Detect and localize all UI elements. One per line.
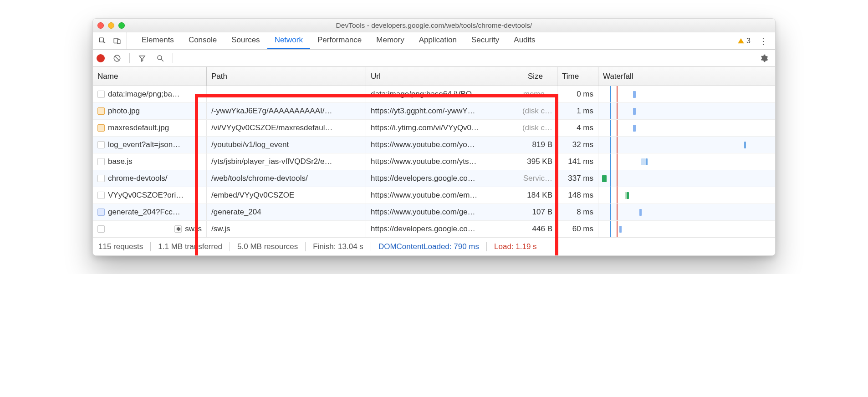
cell-path: /yts/jsbin/player_ias-vflVQDSr2/e… xyxy=(207,153,366,170)
cell-waterfall xyxy=(598,187,775,204)
more-menu-icon[interactable]: ⋮ xyxy=(755,36,771,46)
waterfall-bar xyxy=(627,192,629,199)
cell-time: 141 ms xyxy=(557,153,598,170)
table-row[interactable]: generate_204?Fcc…/generate_204https://ww… xyxy=(93,204,775,221)
tab-security[interactable]: Security xyxy=(464,32,506,49)
tab-network[interactable]: Network xyxy=(267,32,310,49)
col-url[interactable]: Url xyxy=(366,67,523,86)
dcl-marker-line xyxy=(610,221,611,237)
cell-path: /generate_204 xyxy=(207,204,366,220)
load-marker-line xyxy=(617,86,618,102)
row-name: photo.jpg xyxy=(108,107,140,116)
tabs-container: ElementsConsoleSourcesNetworkPerformance… xyxy=(134,32,543,49)
load-marker-line xyxy=(617,103,618,119)
tab-elements[interactable]: Elements xyxy=(134,32,181,49)
cell-path: /sw.js xyxy=(207,221,366,237)
cell-url: https://www.youtube.com/yts… xyxy=(366,153,523,170)
tab-audits[interactable]: Audits xyxy=(506,32,542,49)
cell-time: 32 ms xyxy=(557,137,598,153)
row-name: generate_204?Fcc… xyxy=(108,208,180,217)
table-row[interactable]: maxresdefault.jpg/vi/VYyQv0CSZOE/maxresd… xyxy=(93,120,775,137)
cell-name: sw.js xyxy=(93,221,207,237)
cell-url: https://developers.google.co… xyxy=(366,170,523,187)
load-marker-line xyxy=(617,153,618,170)
table-row[interactable]: data:image/png;ba…data:image/png;base64,… xyxy=(93,86,775,103)
warnings-count: 3 xyxy=(746,37,751,45)
row-name: data:image/png;ba… xyxy=(108,90,180,99)
inspect-element-icon[interactable] xyxy=(97,35,108,47)
sb-load: Load: 1.19 s xyxy=(487,242,544,251)
tab-sources[interactable]: Sources xyxy=(224,32,267,49)
row-name: maxresdefault.jpg xyxy=(108,123,169,132)
dcl-marker-line xyxy=(610,204,611,220)
warnings-badge[interactable]: 3 xyxy=(737,37,751,45)
cell-name: photo.jpg xyxy=(93,103,207,119)
tab-performance[interactable]: Performance xyxy=(310,32,369,49)
cell-path: /web/tools/chrome-devtools/ xyxy=(207,170,366,187)
cell-path: /vi/VYyQv0CSZOE/maxresdefaul… xyxy=(207,120,366,136)
search-icon[interactable] xyxy=(154,52,166,64)
load-marker-line xyxy=(617,120,618,136)
table-row[interactable]: VYyQv0CSZOE?ori…/embed/VYyQv0CSZOEhttps:… xyxy=(93,187,775,204)
cell-size: 446 B xyxy=(523,221,557,237)
svg-rect-2 xyxy=(117,40,120,44)
row-name: VYyQv0CSZOE?ori… xyxy=(108,191,184,200)
sb-transferred: 1.1 MB transferred xyxy=(151,242,230,251)
waterfall-bar xyxy=(639,209,642,216)
sb-resources: 5.0 MB resources xyxy=(230,242,306,251)
waterfall-bar xyxy=(633,125,636,132)
window-title: DevTools - developers.google.com/web/too… xyxy=(93,21,775,30)
cell-time: 8 ms xyxy=(557,204,598,220)
cell-waterfall xyxy=(598,153,775,170)
table-row[interactable]: base.js/yts/jsbin/player_ias-vflVQDSr2/e… xyxy=(93,153,775,170)
table-row[interactable]: chrome-devtools//web/tools/chrome-devtoo… xyxy=(93,170,775,187)
waterfall-bar xyxy=(633,108,636,115)
device-toggle-icon[interactable] xyxy=(111,35,123,47)
network-table-header: Name Path Url Size Time Waterfall xyxy=(93,67,775,86)
filter-icon[interactable] xyxy=(136,52,148,64)
record-button[interactable] xyxy=(97,54,105,62)
cell-time: 60 ms xyxy=(557,221,598,237)
cell-size: 184 KB xyxy=(523,187,557,204)
waterfall-bar xyxy=(641,158,646,165)
row-name: chrome-devtools/ xyxy=(108,174,167,183)
row-name: log_event?alt=json… xyxy=(108,140,180,149)
cell-time: 4 ms xyxy=(557,120,598,136)
col-size[interactable]: Size xyxy=(523,67,557,86)
cell-path: /youtubei/v1/log_event xyxy=(207,137,366,153)
waterfall-bar xyxy=(619,226,622,233)
document-file-icon xyxy=(97,175,105,182)
col-time[interactable]: Time xyxy=(557,67,598,86)
sb-finish: Finish: 13.04 s xyxy=(306,242,371,251)
image-file-icon xyxy=(97,124,105,132)
tab-memory[interactable]: Memory xyxy=(369,32,411,49)
sb-dcl: DOMContentLoaded: 790 ms xyxy=(371,242,487,251)
network-toolbar xyxy=(93,50,775,67)
row-name: sw.js xyxy=(185,224,202,234)
load-marker-line xyxy=(617,170,618,187)
waterfall-bar xyxy=(744,142,746,148)
settings-gear-icon[interactable] xyxy=(758,52,770,64)
cell-name: generate_204?Fcc… xyxy=(93,204,207,220)
document-file-icon xyxy=(97,91,105,98)
sb-load-label: Load: xyxy=(494,242,516,251)
svg-point-4 xyxy=(158,56,162,60)
col-name[interactable]: Name xyxy=(93,67,207,86)
cell-url: data:image/png;base64,iVBO… xyxy=(366,86,523,102)
svg-rect-0 xyxy=(99,38,103,42)
col-waterfall[interactable]: Waterfall xyxy=(598,67,775,86)
table-row[interactable]: sw.js/sw.jshttps://developers.google.co…… xyxy=(93,221,775,238)
tab-application[interactable]: Application xyxy=(412,32,464,49)
cell-url: https://yt3.ggpht.com/-ywwY… xyxy=(366,103,523,119)
col-path[interactable]: Path xyxy=(207,67,366,86)
cell-waterfall xyxy=(598,137,775,153)
table-row[interactable]: photo.jpg/-ywwYkaJ6E7g/AAAAAAAAAAI/…http… xyxy=(93,103,775,120)
dcl-marker-line xyxy=(610,103,611,119)
sb-requests: 115 requests xyxy=(98,242,151,251)
cell-size: (Servic… xyxy=(523,170,557,187)
cell-path: /-ywwYkaJ6E7g/AAAAAAAAAAI/… xyxy=(207,103,366,119)
table-row[interactable]: log_event?alt=json…/youtubei/v1/log_even… xyxy=(93,137,775,153)
tab-console[interactable]: Console xyxy=(181,32,224,49)
clear-icon[interactable] xyxy=(111,52,123,64)
cell-path xyxy=(207,86,366,102)
